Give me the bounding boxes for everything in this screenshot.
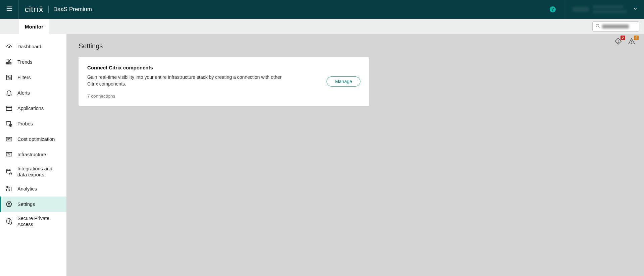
warning-alerts-button[interactable]: 5 bbox=[628, 38, 635, 46]
sliders-icon bbox=[5, 74, 13, 81]
tab-monitor[interactable]: Monitor bbox=[19, 19, 49, 34]
svg-rect-7 bbox=[7, 62, 8, 64]
sidebar-item-infrastructure[interactable]: Infrastructure bbox=[0, 147, 66, 162]
help-button[interactable]: ? bbox=[550, 6, 556, 12]
sidebar-item-probes[interactable]: Probes bbox=[0, 116, 66, 131]
svg-rect-15 bbox=[6, 106, 12, 111]
sidebar-item-integrations[interactable]: Integrations and data exports bbox=[0, 162, 66, 181]
alerts-indicators: 2 5 bbox=[614, 38, 635, 46]
svg-line-4 bbox=[599, 27, 600, 28]
alert-triangle-icon bbox=[628, 40, 635, 46]
sidebar-item-analytics[interactable]: Analytics bbox=[0, 181, 66, 197]
search-placeholder-redacted bbox=[602, 24, 629, 29]
search-box[interactable] bbox=[592, 21, 639, 32]
analytics-icon bbox=[5, 185, 13, 192]
brand-area: citrıẋ DaaS Premium bbox=[19, 5, 98, 14]
org-label-redacted bbox=[572, 7, 589, 12]
svg-point-40 bbox=[631, 43, 632, 43]
sidebar-item-label: Infrastructure bbox=[17, 152, 46, 158]
account-menu[interactable] bbox=[566, 0, 644, 19]
sidebar-item-label: Settings bbox=[17, 201, 35, 207]
help-icon: ? bbox=[551, 7, 554, 12]
svg-rect-10 bbox=[7, 75, 12, 80]
bar-chart-icon bbox=[5, 58, 13, 66]
svg-rect-8 bbox=[8, 61, 9, 64]
globe-shield-icon bbox=[5, 218, 13, 225]
database-share-icon bbox=[5, 168, 13, 175]
content-area: 2 5 Settings Connect Citrix components G… bbox=[66, 34, 644, 276]
sidebar-item-applications[interactable]: Applications bbox=[0, 101, 66, 116]
critical-alerts-button[interactable]: 2 bbox=[614, 38, 622, 46]
sidebar-item-label: Filters bbox=[17, 74, 31, 80]
sidebar-item-label: Secure Private Access bbox=[17, 215, 61, 227]
svg-point-34 bbox=[7, 186, 8, 188]
card-title: Connect Citrix components bbox=[87, 65, 289, 70]
product-name: DaaS Premium bbox=[53, 6, 92, 13]
brand-logo: citrıẋ bbox=[25, 5, 44, 14]
sidebar-item-cost-optimization[interactable]: $ Cost optimization bbox=[0, 131, 66, 147]
user-info-redacted bbox=[593, 5, 627, 13]
main-layout: Dashboard Trends Filters Alerts Applicat… bbox=[0, 34, 644, 276]
top-header: citrıẋ DaaS Premium ? bbox=[0, 0, 644, 19]
card-description: Gain real-time visibility into your enti… bbox=[87, 74, 289, 88]
sidebar-item-settings[interactable]: Settings bbox=[0, 197, 66, 212]
card-connections-count: 7 connections bbox=[87, 94, 289, 99]
sidebar-item-secure-private-access[interactable]: Secure Private Access bbox=[0, 212, 66, 231]
sidebar-item-trends[interactable]: Trends bbox=[0, 54, 66, 70]
monitor-icon bbox=[5, 151, 13, 158]
critical-badge: 2 bbox=[621, 36, 625, 40]
sidebar-item-label: Cost optimization bbox=[17, 136, 55, 142]
svg-point-24 bbox=[7, 169, 10, 171]
cost-icon: $ bbox=[5, 135, 13, 143]
sidebar-item-label: Analytics bbox=[17, 186, 37, 192]
svg-point-38 bbox=[618, 42, 618, 43]
brand-divider bbox=[48, 6, 49, 13]
sidebar-item-alerts[interactable]: Alerts bbox=[0, 85, 66, 101]
sidebar-item-filters[interactable]: Filters bbox=[0, 70, 66, 85]
svg-text:$: $ bbox=[7, 138, 8, 140]
connect-components-card: Connect Citrix components Gain real-time… bbox=[79, 57, 369, 106]
bell-icon bbox=[5, 89, 13, 97]
card-body: Connect Citrix components Gain real-time… bbox=[87, 65, 289, 99]
chevron-down-icon bbox=[633, 6, 638, 13]
sidebar: Dashboard Trends Filters Alerts Applicat… bbox=[0, 34, 66, 276]
svg-rect-9 bbox=[10, 63, 11, 64]
sidebar-item-label: Trends bbox=[17, 59, 33, 65]
page-title: Settings bbox=[79, 42, 632, 50]
sub-header: Monitor bbox=[0, 19, 644, 34]
gear-icon bbox=[5, 201, 13, 208]
sidebar-item-dashboard[interactable]: Dashboard bbox=[0, 39, 66, 54]
sidebar-item-label: Probes bbox=[17, 121, 33, 127]
manage-button[interactable]: Manage bbox=[327, 76, 360, 87]
search-icon bbox=[595, 23, 600, 30]
svg-point-35 bbox=[8, 204, 10, 206]
tab-label: Monitor bbox=[25, 24, 43, 30]
window-icon bbox=[5, 105, 13, 112]
sidebar-item-label: Alerts bbox=[17, 90, 30, 96]
hamburger-icon bbox=[6, 5, 13, 14]
sidebar-item-label: Integrations and data exports bbox=[17, 166, 61, 178]
sidebar-item-label: Dashboard bbox=[17, 44, 41, 50]
svg-point-3 bbox=[596, 24, 599, 27]
probe-icon bbox=[5, 120, 13, 127]
sidebar-item-label: Applications bbox=[17, 105, 44, 111]
menu-toggle-button[interactable] bbox=[0, 0, 19, 19]
warning-badge: 5 bbox=[634, 36, 639, 40]
alert-diamond-icon bbox=[614, 40, 622, 46]
gauge-icon bbox=[5, 43, 13, 50]
